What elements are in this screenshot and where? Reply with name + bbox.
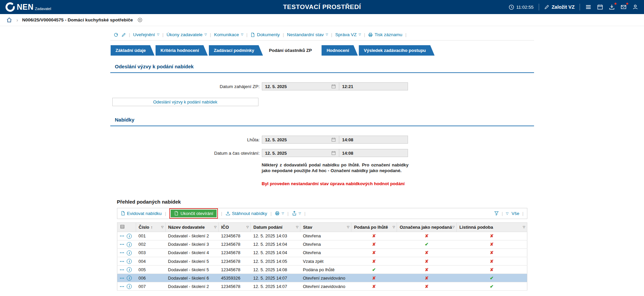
table-row[interactable]: •••i005Dodavatel - školení 51234567812. …	[117, 266, 527, 274]
cell-state: Otevřena	[300, 232, 351, 240]
deadline-time-input[interactable]: 14:08	[339, 136, 408, 144]
refresh-icon[interactable]	[114, 32, 118, 37]
separator: |	[221, 211, 222, 216]
create-vz-button[interactable]: Založit VZ	[544, 4, 575, 10]
mail-icon[interactable]	[620, 4, 627, 10]
filter-icon[interactable]: ▽	[347, 226, 349, 229]
menu-icon[interactable]	[585, 4, 592, 10]
toolbar-item-ukony-zadavatele[interactable]: Úkony zadavatele▽	[167, 32, 207, 37]
table-row[interactable]: •••i002Dodavatel - školení 31234567812. …	[117, 240, 527, 248]
cell-submitted: 12. 5. 2025 14:05	[250, 257, 300, 265]
cell-paper-form: ✘	[457, 240, 527, 248]
chevron-down-icon: ▽	[157, 33, 159, 36]
toolbar-item-label: Správa VZ	[335, 32, 357, 37]
row-menu-icon[interactable]: •••	[120, 234, 125, 238]
calendar-icon[interactable]	[597, 4, 603, 10]
column-header-stav[interactable]: Stav▽	[300, 222, 351, 232]
toolbar-item-tisk-zaznamu[interactable]: Tisk záznamu	[368, 32, 402, 37]
toolbar-item-komunikace[interactable]: Komunikace▽	[214, 32, 243, 37]
column-header-nazev-dodavatele[interactable]: Název dodavatele▽	[165, 222, 218, 232]
edit-record-icon[interactable]	[121, 32, 126, 37]
column-header-cislo[interactable]: Číslo↑▽	[136, 222, 165, 232]
info-icon[interactable]: i	[127, 234, 132, 239]
chevron-down-icon: ▽	[204, 33, 207, 36]
deadline-date-input[interactable]: 12. 5. 2025	[262, 136, 339, 144]
toolbar-item-nestandardni-stav[interactable]: Nestandardní stav▽	[287, 32, 328, 37]
toolbar-item-label: Uveřejnění	[133, 32, 155, 37]
toolbar-item-sprava-vz[interactable]: Správa VZ▽	[335, 32, 361, 37]
start-date-input[interactable]: 12. 5. 2025	[262, 82, 339, 90]
table-row[interactable]: •••i001Dodavatel - školení 21234567812. …	[117, 232, 527, 240]
info-icon[interactable]: i	[127, 276, 132, 281]
column-settings-header[interactable]	[117, 222, 136, 232]
toolbar-item-dokumenty[interactable]: Dokumenty	[250, 32, 280, 37]
filter-icon[interactable]: ▽	[523, 226, 525, 229]
row-menu-icon[interactable]: •••	[120, 277, 125, 280]
home-icon[interactable]	[6, 17, 12, 23]
opening-time-input[interactable]: 14:08	[339, 149, 408, 157]
calendar-icon[interactable]	[331, 84, 336, 89]
filter-icon[interactable]: ▽	[452, 226, 455, 229]
cross-icon: ✘	[425, 276, 428, 281]
ukoncit-otevirani-button[interactable]: Ukončit otevírání	[171, 210, 217, 217]
cross-icon: ✘	[490, 250, 493, 255]
tab-zadavaci-podminky[interactable]: Zadávací podmínky	[209, 45, 263, 56]
calendar-icon[interactable]	[331, 137, 336, 142]
printer-icon	[368, 32, 373, 37]
calendar-icon[interactable]	[331, 151, 336, 155]
toolbar-item-uverejneni[interactable]: Uveřejnění▽	[133, 32, 159, 37]
send-invitation-button[interactable]: Odeslání výzvy k podání nabídek	[112, 98, 258, 106]
download-icon[interactable]	[608, 4, 615, 10]
table-row[interactable]: •••i004Dodavatel - školení 51234567812. …	[117, 257, 527, 265]
info-icon[interactable]: i	[127, 284, 132, 289]
filter-icon[interactable]: ▽	[246, 226, 249, 229]
opening-date-input[interactable]: 12. 5. 2025	[262, 149, 339, 157]
stahnout-nabidky-link[interactable]: Stáhnout nabídky	[226, 211, 267, 216]
info-icon[interactable]: i	[127, 267, 132, 272]
table-row[interactable]: •••i006Dodavatel - školení 64535932612. …	[117, 274, 527, 282]
cell-submitted: 12. 5. 2025 14:04	[250, 248, 300, 257]
filter-scope-value[interactable]: Vše	[512, 211, 519, 216]
evidovat-nabidku-link[interactable]: Evidovat nabídku	[121, 211, 162, 216]
filter-icon[interactable]: ▽	[161, 226, 164, 229]
table-row[interactable]: •••i003Dodavatel - školení 41234567812. …	[117, 248, 527, 257]
filter-icon[interactable]: ▽	[214, 226, 217, 229]
info-icon[interactable]: i	[127, 242, 132, 247]
column-header-oznacena-jako-nepodana[interactable]: Označena jako nepodaná▽	[397, 222, 457, 232]
cell-submitted: 12. 5. 2025 14:03	[250, 232, 300, 240]
separator: |	[283, 32, 284, 37]
tab-podani-ucastniku-zp[interactable]: Podání účastníků ZP	[264, 45, 320, 56]
tab-zakladni-udaje[interactable]: Základní údaje	[111, 45, 155, 56]
info-icon[interactable]: i	[127, 250, 132, 255]
breadcrumb-record[interactable]: N006/25/V00004575 - Domácí kuchyňské spo…	[22, 17, 133, 22]
row-menu-icon[interactable]: •••	[120, 243, 125, 246]
column-header-listinna-podoba[interactable]: Listinná podoba▽	[457, 222, 527, 232]
table-row[interactable]: •••i007Dodavatel - školení 21234567812. …	[117, 282, 527, 291]
user-icon[interactable]	[632, 4, 639, 10]
filter-icon[interactable]: ▽	[296, 226, 298, 229]
tab-hodnoceni[interactable]: Hodnocení	[321, 45, 358, 56]
start-time-input[interactable]: 12:21	[339, 82, 408, 90]
row-menu-icon[interactable]: •••	[120, 251, 125, 254]
row-menu-icon[interactable]: •••	[120, 285, 125, 288]
filter-icon[interactable]: ▽	[393, 226, 395, 229]
cross-icon: ✘	[372, 233, 376, 238]
column-header-datum-podani[interactable]: Datum podání▽	[250, 222, 300, 232]
export-menu[interactable]: ▽	[292, 211, 301, 216]
row-menu-icon[interactable]: •••	[120, 268, 125, 272]
info-icon[interactable]: i	[127, 259, 132, 264]
chevron-down-icon[interactable]: ▽	[506, 212, 509, 215]
tab-kriteria-hodnoceni[interactable]: Kritéria hodnocení	[156, 45, 208, 56]
filter-funnel-icon[interactable]	[494, 211, 499, 216]
close-record-icon[interactable]	[137, 17, 142, 22]
column-header-podana-po-lhute[interactable]: Podaná po lhůtě▽	[351, 222, 397, 232]
column-header-ico[interactable]: IČO▽	[218, 222, 250, 232]
cell-late: ✘	[351, 282, 397, 291]
print-menu[interactable]: ▽	[275, 211, 284, 216]
button-label: Ukončit otevírání	[181, 211, 214, 216]
cell-paper-form: ✔	[457, 282, 527, 291]
start-datetime-field: 12. 5. 2025 12:21	[262, 82, 408, 90]
tab-vysledek-zadavaciho-postupu[interactable]: Výsledek zadávacího postupu	[359, 45, 434, 56]
row-menu-icon[interactable]: •••	[120, 260, 125, 263]
nen-logo[interactable]: NEN Zadavatel	[5, 2, 51, 12]
